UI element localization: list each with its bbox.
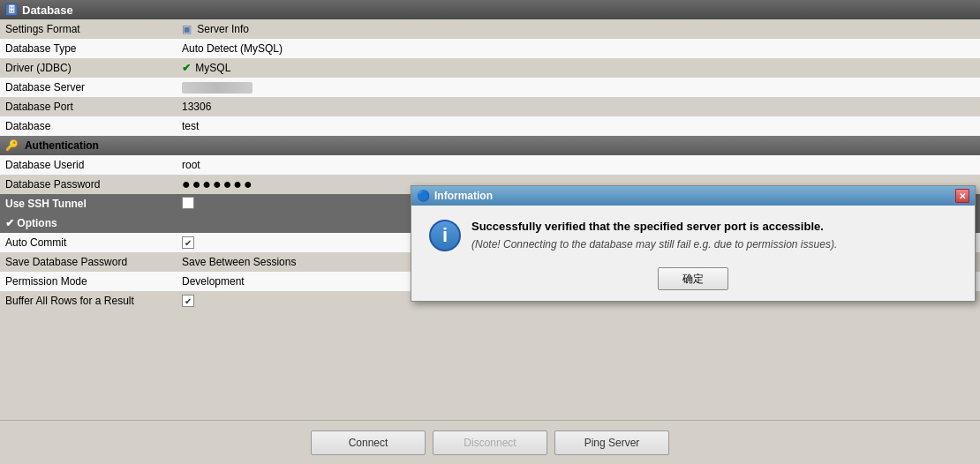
row-driver: Driver (JDBC) ✔ MySQL [0,58,980,78]
label-database-type: Database Type [0,39,177,58]
label-auto-commit: Auto Commit [0,233,177,252]
info-circle-icon: i [429,220,461,251]
server-blurred-value [182,82,253,94]
label-userid: Database Userid [0,155,177,175]
row-database-server: Database Server [0,78,980,97]
label-password: Database Password [0,175,177,194]
disconnect-button[interactable]: Disconnect [433,430,547,455]
value-database-port: 13306 [177,97,980,116]
ping-server-button[interactable]: Ping Server [554,430,669,455]
title-bar: 🗄 Database [0,0,980,19]
label-database-port: Database Port [0,97,177,116]
dialog-info-icon: 🔵 [417,190,430,202]
buffer-rows-checkbox[interactable]: ✔ [182,295,194,307]
row-database-port: Database Port 13306 [0,97,980,116]
section-authentication: 🔑 Authentication [0,136,980,155]
information-dialog: 🔵 Information ✕ i Successfully verified … [411,185,976,302]
value-driver: ✔ MySQL [177,58,980,78]
dialog-title-bar: 🔵 Information ✕ [411,186,975,206]
value-settings-format: ▣ Server Info [177,19,980,39]
label-driver: Driver (JDBC) [0,58,177,78]
key-icon: 🔑 [5,139,19,152]
dialog-text-block: Successfully verified that the specified… [471,220,837,251]
label-database: Database [0,116,177,136]
value-database-type: Auto Detect (MySQL) [177,39,980,58]
ssh-tunnel-checkbox[interactable] [182,197,194,209]
label-database-server: Database Server [0,78,177,97]
dialog-close-button[interactable]: ✕ [955,189,969,203]
dialog-footer: 确定 [411,260,975,301]
label-settings-format: Settings Format [0,19,177,39]
label-buffer-rows: Buffer All Rows for a Result [0,291,177,311]
server-info-icon: ▣ [182,23,192,35]
dialog-main-text: Successfully verified that the specified… [471,220,837,233]
dialog-sub-text: (Note! Connecting to the database may st… [471,238,837,251]
dialog-content: i Successfully verified that the specifi… [411,206,975,260]
label-save-password: Save Database Password [0,252,177,272]
value-userid: root [177,155,980,175]
row-userid: Database Userid root [0,155,980,175]
value-database-server [177,78,980,97]
green-check-icon: ✔ [182,62,191,74]
auto-commit-checkbox[interactable]: ✔ [182,236,194,249]
connect-button[interactable]: Connect [311,430,426,455]
value-database: test [177,116,980,136]
bottom-bar: Connect Disconnect Ping Server [0,420,980,464]
row-database-type: Database Type Auto Detect (MySQL) [0,39,980,58]
row-database: Database test [0,116,980,136]
database-icon: 🗄 [5,4,18,16]
row-settings-format: Settings Format ▣ Server Info [0,19,980,39]
label-permission-mode: Permission Mode [0,272,177,291]
title-label: Database [22,4,73,17]
dialog-title: Information [434,190,493,202]
password-dots: ●●●●●●● [182,176,254,191]
dialog-ok-button[interactable]: 确定 [658,267,728,290]
label-ssh-tunnel: Use SSH Tunnel [0,194,177,213]
dialog-message-row: i Successfully verified that the specifi… [429,220,837,251]
check-icon: ✔ [5,217,14,229]
